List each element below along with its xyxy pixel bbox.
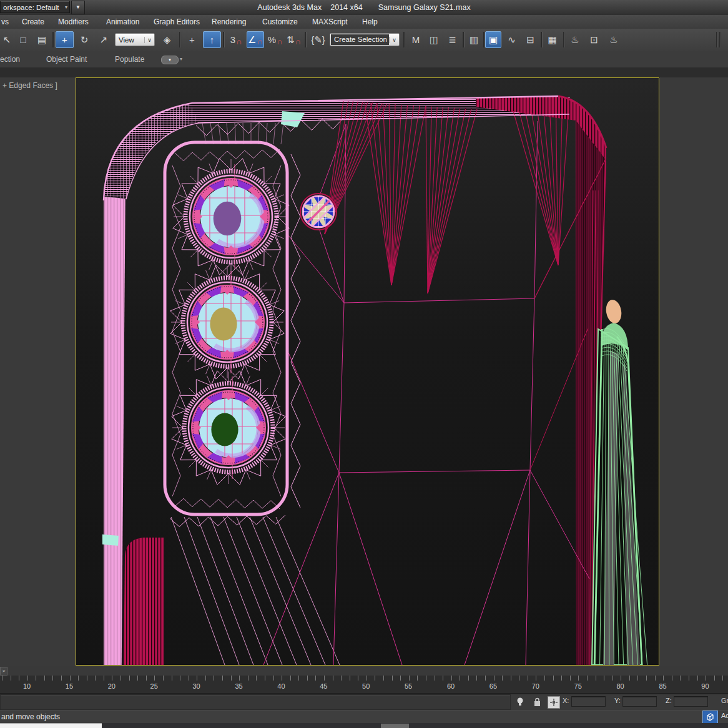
ruler-tick	[333, 676, 333, 681]
manage-scene-states-icon[interactable]: ▥	[466, 31, 482, 48]
snaps-toggle-icon[interactable]: 3∩	[227, 31, 245, 48]
menu-graph-editors[interactable]: Graph Editors	[154, 15, 200, 29]
absolute-transform-mode-icon[interactable]	[548, 696, 560, 709]
time-slider-strip[interactable]	[0, 666, 728, 676]
maxscript-mini-listener[interactable]	[0, 723, 102, 728]
menu-help[interactable]: Help	[362, 15, 378, 29]
align-icon[interactable]: ◫	[426, 31, 441, 48]
ruler-tick	[528, 676, 528, 681]
chevron-down-icon[interactable]: ▾	[180, 56, 182, 62]
menu-maxscript[interactable]: MAXScript	[312, 15, 348, 29]
viewport-shading-label[interactable]: + Edged Faces ]	[2, 81, 57, 90]
ribbon-tab-bar: ▾ ▾ ectionObject PaintPopulate	[0, 51, 728, 68]
ruler-tick	[443, 676, 443, 681]
ribbon-tab-ection[interactable]: ection	[0, 51, 20, 67]
ruler-tick	[646, 676, 647, 681]
adaptive-degradation-icon[interactable]	[702, 711, 718, 724]
schematic-view-icon[interactable]: ⊟	[522, 31, 539, 48]
select-object-icon[interactable]: ↖	[1, 31, 12, 48]
rendered-frame-window-icon[interactable]: ⊡	[586, 31, 603, 48]
ruler-tick	[189, 676, 189, 681]
ruler-tick	[214, 676, 214, 681]
grid-size-label: Gri	[721, 697, 728, 704]
ruler-tick	[256, 676, 257, 681]
z-coord-field[interactable]	[674, 696, 708, 707]
percent-snap-icon[interactable]: %∩	[267, 31, 283, 48]
select-and-manipulate-icon[interactable]: +	[183, 31, 201, 48]
isolate-selection-icon[interactable]	[514, 696, 526, 707]
menu-animation[interactable]: Animation	[106, 15, 139, 29]
ruler-tick	[36, 676, 36, 681]
select-and-rotate-icon[interactable]: ↻	[76, 31, 93, 48]
menu-vs[interactable]: vs	[1, 15, 9, 29]
ruler-tick	[248, 676, 248, 681]
frame-label: 55	[405, 682, 412, 690]
select-and-move-icon[interactable]: +	[56, 31, 74, 48]
ruler-tick	[578, 676, 579, 681]
menu-create[interactable]: Create	[22, 15, 44, 29]
use-pivot-point-center-icon[interactable]: ◈	[158, 31, 176, 48]
material-editor-icon[interactable]: ▦	[544, 31, 561, 48]
manage-layers-icon[interactable]: ≣	[444, 31, 461, 48]
spinner-snap-icon[interactable]: ⇅∩	[285, 31, 302, 48]
ruler-tick	[78, 676, 79, 681]
ribbon-tab-populate[interactable]: Populate	[115, 51, 144, 67]
render-setup-icon[interactable]: ♨	[567, 31, 583, 48]
ruler-tick	[375, 676, 375, 681]
3dsmax-window: orkspace: Default ▾ ▼ Autodesk 3ds Max20…	[0, 0, 728, 728]
x-coord-field[interactable]	[571, 696, 606, 707]
ruler-tick	[655, 676, 656, 681]
select-by-name-icon[interactable]: ▤	[34, 31, 50, 48]
viewport-left-pane[interactable]	[0, 77, 76, 666]
frame-label: 85	[659, 682, 666, 690]
ruler-tick	[392, 676, 393, 681]
ruler-tick	[612, 676, 613, 681]
ruler-tick	[596, 676, 596, 681]
ruler-tick	[468, 676, 469, 681]
ruler-tick	[315, 676, 316, 681]
track-bar[interactable]	[0, 694, 511, 710]
reference-coordinate-system-dropdown[interactable]: View∨	[115, 33, 155, 46]
x-coord-label: X:	[563, 697, 569, 704]
viewport-right-pane[interactable]	[660, 77, 728, 666]
selection-lock-icon[interactable]	[531, 696, 543, 707]
frame-label: 80	[616, 682, 624, 690]
render-production-icon[interactable]: ♨	[605, 31, 622, 48]
active-viewport[interactable]	[76, 77, 659, 666]
ruler-tick	[324, 676, 325, 681]
ruler-tick	[2, 676, 2, 681]
ruler-tick	[672, 676, 672, 681]
ruler-tick	[95, 676, 96, 681]
timeline-ruler[interactable]: 1015202530354045505560657075808590	[0, 676, 728, 694]
toolbar-separator	[52, 32, 54, 47]
curve-editor-icon[interactable]: ∿	[503, 31, 520, 48]
named-selection-sets-icon[interactable]: {✎}	[308, 31, 328, 48]
menu-modifiers[interactable]: Modifiers	[58, 15, 89, 29]
menu-rendering[interactable]: Rendering	[212, 15, 246, 29]
time-slider-arrow[interactable]: >	[0, 667, 7, 676]
y-coord-field[interactable]	[622, 696, 657, 707]
select-and-scale-icon[interactable]: ↗	[95, 31, 112, 48]
rectangular-selection-region-icon[interactable]: □	[15, 31, 31, 48]
app-version: 2014 x64	[330, 3, 362, 12]
layer-explorer-icon[interactable]: ▣	[485, 31, 501, 48]
ruler-tick	[231, 676, 232, 681]
named-selection-set-dropdown[interactable]: Create Selection Se∨	[330, 33, 400, 46]
toolbar-separator	[719, 32, 721, 47]
menu-customize[interactable]: Customize	[262, 15, 298, 29]
ribbon-minimize-button[interactable]: ▾	[161, 56, 179, 64]
ruler-tick	[307, 676, 308, 681]
mirror-icon[interactable]: M	[408, 31, 423, 48]
toolbar-separator	[179, 32, 181, 47]
angle-snap-icon[interactable]: ∠∩	[247, 31, 264, 48]
z-coord-label: Z:	[666, 697, 672, 704]
menu-bar: vsCreateModifiersAnimationGraph EditorsR…	[0, 15, 728, 29]
ruler-tick	[70, 676, 71, 681]
keyboard-override-toggle-icon[interactable]: ↑	[203, 31, 221, 48]
ribbon-tab-object-paint[interactable]: Object Paint	[46, 51, 87, 67]
ruler-tick	[663, 676, 664, 681]
ruler-tick	[417, 676, 418, 681]
frame-label: 15	[66, 682, 73, 690]
status-prompt: and move objects	[0, 711, 728, 724]
horizontal-scrollbar-thumb[interactable]	[381, 724, 409, 728]
